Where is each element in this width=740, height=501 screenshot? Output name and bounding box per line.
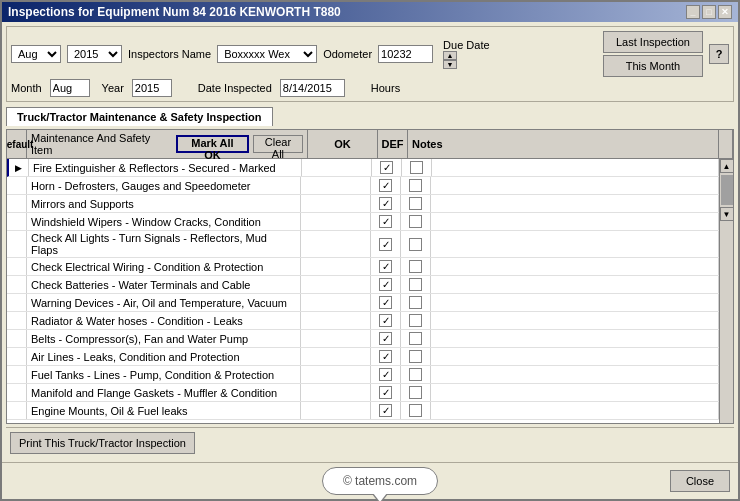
table-row: Air Lines - Leaks, Condition and Protect… [7,348,719,366]
row-def-cell[interactable] [401,177,431,194]
ok-checkbox[interactable] [379,296,392,309]
maximize-button[interactable]: □ [702,5,716,19]
def-checkbox[interactable] [409,332,422,345]
close-button[interactable]: Close [670,470,730,492]
year-select[interactable]: 2015 [67,45,122,63]
row-ok-cell[interactable] [371,231,401,257]
row-ok-cell[interactable] [371,348,401,365]
clear-all-button[interactable]: Clear All [253,135,303,153]
minimize-button[interactable]: _ [686,5,700,19]
tab-truck-tractor[interactable]: Truck/Tractor Maintenance & Safety Inspe… [6,107,273,126]
row-notes-cell [431,384,719,401]
inspector-select[interactable]: Boxxxxx Wex [217,45,317,63]
close-window-button[interactable]: ✕ [718,5,732,19]
ok-checkbox[interactable] [379,332,392,345]
def-checkbox[interactable] [409,179,422,192]
row-ok-cell[interactable] [371,195,401,212]
row-def-cell[interactable] [401,195,431,212]
row-ok-cell[interactable] [371,384,401,401]
table-row: Mirrors and Supports [7,195,719,213]
scroll-up-arrow[interactable]: ▲ [720,159,734,173]
due-date-group: Due Date ▲ ▼ [443,39,489,69]
def-checkbox[interactable] [409,386,422,399]
row-item-name: Check Batteries - Water Terminals and Ca… [27,276,301,293]
def-checkbox[interactable] [409,278,422,291]
help-button[interactable]: ? [709,44,729,64]
ok-checkbox[interactable] [379,386,392,399]
ok-checkbox[interactable] [379,278,392,291]
month-select[interactable]: Aug [11,45,61,63]
odometer-input[interactable] [378,45,433,63]
row-def-cell[interactable] [401,276,431,293]
row-notes-cell [431,195,719,212]
mark-all-ok-button[interactable]: Mark All OK [176,135,249,153]
def-checkbox[interactable] [409,350,422,363]
row-item-name: Air Lines - Leaks, Condition and Protect… [27,348,301,365]
row-ok-cell[interactable] [371,294,401,311]
row-ok-cell[interactable] [371,366,401,383]
row-def-cell[interactable] [401,213,431,230]
def-checkbox[interactable] [409,197,422,210]
scroll-thumb[interactable] [721,175,733,205]
row-def-cell[interactable] [401,330,431,347]
row-def-cell[interactable] [401,348,431,365]
scroll-down-arrow[interactable]: ▼ [720,207,734,221]
row-def-cell[interactable] [401,402,431,419]
row-def-cell[interactable] [401,294,431,311]
ok-checkbox[interactable] [379,197,392,210]
date-inspected-input[interactable] [280,79,345,97]
ok-checkbox[interactable] [379,350,392,363]
row-ok-cell[interactable] [372,159,402,176]
def-checkbox[interactable] [409,215,422,228]
month-text-input[interactable] [50,79,90,97]
year-text-input[interactable] [132,79,172,97]
row-indicator [7,366,27,383]
this-month-button[interactable]: This Month [603,55,703,77]
ok-checkbox[interactable] [379,260,392,273]
row-ok-cell[interactable] [371,330,401,347]
def-checkbox[interactable] [409,314,422,327]
row-def-cell[interactable] [401,312,431,329]
def-checkbox[interactable] [409,368,422,381]
ok-checkbox[interactable] [380,161,393,174]
spin-up[interactable]: ▲ [443,51,457,60]
last-inspection-button[interactable]: Last Inspection [603,31,703,53]
ok-checkbox[interactable] [379,238,392,251]
row-item-name: Check All Lights - Turn Signals - Reflec… [27,231,301,257]
row-ok-cell[interactable] [371,402,401,419]
def-checkbox[interactable] [409,296,422,309]
print-button[interactable]: Print This Truck/Tractor Inspection [10,432,195,454]
spin-down[interactable]: ▼ [443,60,457,69]
row-ok-cell[interactable] [371,177,401,194]
content-area: Aug 2015 Inspectors Name Boxxxxx Wex Odo… [2,22,738,462]
table-body[interactable]: ▶Fire Extinguisher & Reflectors - Secure… [7,159,719,423]
ok-checkbox[interactable] [379,404,392,417]
odometer-spinner[interactable]: ▲ ▼ [443,51,457,69]
row-def-cell[interactable] [401,366,431,383]
copyright-text: © tatems.com [343,474,417,488]
row-def-cell[interactable] [401,231,431,257]
table-row: ▶Fire Extinguisher & Reflectors - Secure… [7,159,719,177]
ok-checkbox[interactable] [379,368,392,381]
row-def-cell[interactable] [402,159,432,176]
def-checkbox[interactable] [409,260,422,273]
ok-checkbox[interactable] [379,179,392,192]
row-ok-cell[interactable] [371,213,401,230]
row-default-cell [301,276,371,293]
def-checkbox[interactable] [410,161,423,174]
row-item-name: Manifold and Flange Gaskets - Muffler & … [27,384,301,401]
row-item-name: Belts - Compressor(s), Fan and Water Pum… [27,330,301,347]
ok-checkbox[interactable] [379,314,392,327]
row-default-cell [301,330,371,347]
month-label: Month [11,82,42,94]
row-ok-cell[interactable] [371,276,401,293]
scrollbar[interactable]: ▲ ▼ [719,159,733,423]
row-ok-cell[interactable] [371,258,401,275]
row-ok-cell[interactable] [371,312,401,329]
ok-checkbox[interactable] [379,215,392,228]
row-def-cell[interactable] [401,384,431,401]
table-row: Check All Lights - Turn Signals - Reflec… [7,231,719,258]
def-checkbox[interactable] [409,238,422,251]
def-checkbox[interactable] [409,404,422,417]
row-def-cell[interactable] [401,258,431,275]
